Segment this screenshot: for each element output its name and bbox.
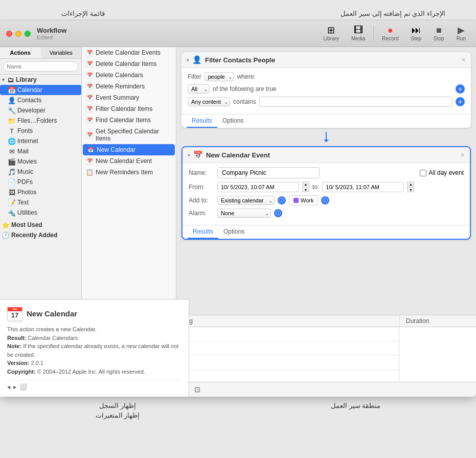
to-date-up[interactable]: ▲ — [407, 181, 414, 187]
sidebar-item-files-folders[interactable]: 📁 Files…Folders — [0, 116, 81, 126]
sidebar-item-label-recently-added: Recently Added — [11, 232, 57, 239]
bottom-left-annotation: إظهار السجل إظهار المتغيرات — [96, 402, 140, 419]
tab-variables[interactable]: Variables — [41, 47, 82, 58]
to-date-down[interactable]: ▼ — [407, 187, 414, 192]
run-button[interactable]: ▶ Run — [452, 24, 470, 43]
all-day-checkbox[interactable] — [420, 170, 426, 176]
info-share-button[interactable]: ⬜ — [19, 383, 27, 391]
name-label: Name: — [189, 169, 214, 176]
duration-col-header: Duration — [399, 315, 476, 327]
music-icon: 🎵 — [8, 168, 15, 175]
sidebar-item-contacts[interactable]: 👤 Contacts — [0, 95, 81, 105]
movies-icon: 🎬 — [8, 158, 15, 165]
to-date-input[interactable] — [322, 182, 404, 192]
alarm-info-btn[interactable]: ⓘ — [274, 209, 282, 217]
collapse-icon-2[interactable]: ▾ — [188, 152, 190, 158]
action-label-find-cal-items: Find Calendar Items — [96, 117, 151, 124]
event-name-input[interactable] — [217, 167, 320, 178]
action-delete-reminders[interactable]: 📅 Delete Reminders — [82, 81, 176, 92]
log-entries — [176, 327, 399, 382]
sidebar-item-photos[interactable]: 🖼 Photos — [0, 187, 81, 197]
filter-row-3: Any content contains + — [188, 97, 465, 107]
sidebar-item-most-used[interactable]: ⭐ Most Used — [0, 220, 81, 230]
show-variables-button[interactable]: ⊡ — [192, 384, 203, 395]
sidebar-item-text[interactable]: 📝 Text — [0, 197, 81, 208]
action-get-specified[interactable]: 📅 Get Specified Calendar Items — [82, 126, 176, 144]
reminder-icon: 📋 — [86, 169, 93, 176]
record-button[interactable]: ● Record — [378, 24, 402, 43]
library-button[interactable]: ⊞ Library — [319, 24, 343, 43]
existing-cal-select[interactable]: Existing calendar New calendar — [217, 196, 275, 205]
cal-icon-7: 📅 — [86, 117, 93, 124]
sidebar-item-movies[interactable]: 🎬 Movies — [0, 156, 81, 167]
step-button[interactable]: ⏭ Step — [406, 24, 425, 43]
all-select[interactable]: All Any — [188, 84, 210, 94]
action-delete-cal-events[interactable]: 📅 Delete Calendar Events — [82, 47, 176, 58]
action-new-calendar[interactable]: 📅 New Calendar — [83, 144, 175, 155]
action-label-delete-cal-items: Delete Calendar Items — [96, 60, 156, 67]
tab-event-results[interactable]: Results — [188, 225, 218, 239]
filter-contacts-body: Filter people groups where: — [182, 68, 471, 114]
sidebar-item-developer[interactable]: 🔧 Developer — [0, 105, 81, 116]
action-new-reminders-item[interactable]: 📋 New Reminders Item — [82, 167, 176, 178]
tab-event-options[interactable]: Options — [218, 225, 250, 239]
people-select[interactable]: people groups — [205, 72, 234, 81]
sidebar-item-calendar[interactable]: 📅 Calendar — [0, 85, 81, 95]
cal-icon-8: 📅 — [86, 131, 93, 139]
sidebar-item-utilities[interactable]: 🔩 Utilities — [0, 208, 81, 218]
calendar-info-btn[interactable]: ⓘ — [321, 196, 329, 204]
tab-filter-results[interactable]: Results — [187, 114, 217, 128]
workflow-canvas: ▾ 👤 Filter Contacts People × Filter peop… — [176, 47, 476, 315]
minimize-button[interactable] — [15, 31, 21, 37]
sidebar-item-pdfs[interactable]: 📄 PDFs — [0, 177, 81, 187]
new-cal-event-close[interactable]: × — [461, 151, 465, 159]
stop-button[interactable]: ■ Stop — [429, 24, 448, 43]
action-label-delete-reminders: Delete Reminders — [96, 83, 145, 90]
cal-icon-6: 📅 — [86, 105, 93, 112]
from-label: From: — [189, 184, 214, 191]
of-following-label: of the following are true — [213, 85, 452, 93]
action-filter-cal-items[interactable]: 📅 Filter Calendar Items — [82, 103, 176, 114]
all-day-label: All day event — [428, 169, 464, 176]
sidebar-item-recently-added[interactable]: 🕐 Recently Added — [0, 230, 81, 240]
alarm-select[interactable]: None At time of event — [217, 209, 271, 218]
tab-actions[interactable]: Actions — [0, 47, 41, 58]
filter-contacts-close[interactable]: × — [462, 56, 466, 64]
add-content-filter-button[interactable]: + — [456, 97, 465, 106]
action-delete-cal-items[interactable]: 📅 Delete Calendar Items — [82, 58, 176, 70]
version-value: 2.0.1 — [31, 360, 43, 366]
search-input[interactable] — [3, 61, 78, 72]
most-used-icon: ⭐ — [2, 221, 9, 228]
from-date-input[interactable] — [217, 182, 299, 192]
sidebar-item-fonts[interactable]: T Fonts — [0, 126, 81, 136]
sidebar-item-library[interactable]: ▾ 🗂 Library — [0, 75, 81, 85]
media-button[interactable]: 🎞 Media — [347, 24, 369, 43]
action-new-cal-event[interactable]: 📅 New Calendar Event — [82, 155, 176, 167]
sidebar-item-label-developer: Developer — [17, 107, 46, 114]
traffic-lights — [6, 31, 31, 37]
add-to-info-btn[interactable]: ⓘ — [278, 196, 286, 204]
from-date-down[interactable]: ▼ — [302, 187, 309, 192]
log-header: Log Duration — [176, 315, 476, 327]
sidebar-item-music[interactable]: 🎵 Music — [0, 167, 81, 177]
action-label-new-calendar: New Calendar — [97, 146, 135, 153]
tab-filter-options[interactable]: Options — [217, 114, 248, 128]
info-nav-forward[interactable]: ▸ — [13, 383, 16, 391]
any-content-select[interactable]: Any content — [188, 97, 230, 106]
from-date-up[interactable]: ▲ — [302, 181, 309, 187]
cal-icon-4: 📅 — [86, 83, 93, 90]
new-cal-event-card: ▾ 📅 New Calendar Event × Name: All day — [182, 146, 471, 240]
action-delete-calendars[interactable]: 📅 Delete Calendars — [82, 70, 176, 81]
content-filter-input[interactable] — [259, 97, 452, 107]
alarm-label: Alarm: — [189, 210, 214, 217]
collapse-icon-1[interactable]: ▾ — [187, 57, 189, 63]
sidebar-item-mail[interactable]: ✉ Mail — [0, 146, 81, 156]
action-event-summary[interactable]: 📅 Event Summary — [82, 92, 176, 103]
add-filter-button[interactable]: + — [456, 84, 465, 94]
info-cal-month: JUL — [8, 307, 22, 311]
info-nav-back[interactable]: ◂ — [7, 383, 10, 391]
close-button[interactable] — [6, 31, 12, 37]
fullscreen-button[interactable] — [25, 31, 31, 37]
sidebar-item-internet[interactable]: 🌐 Internet — [0, 136, 81, 146]
action-find-cal-items[interactable]: 📅 Find Calendar Items — [82, 114, 176, 126]
